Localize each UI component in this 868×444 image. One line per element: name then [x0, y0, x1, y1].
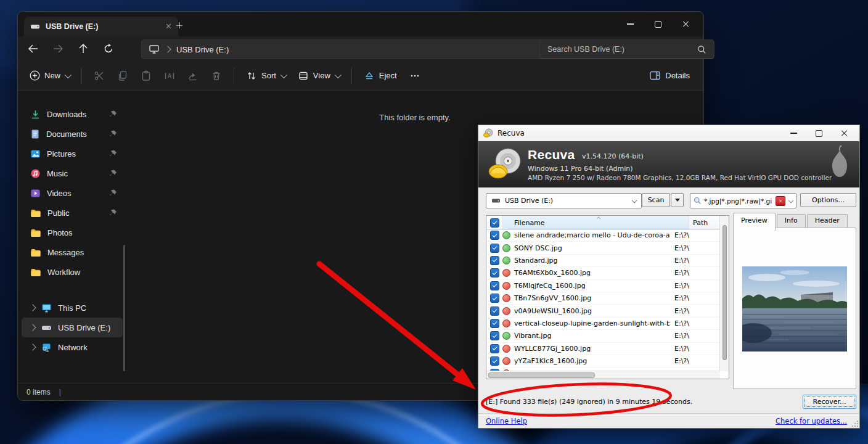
- delete-button[interactable]: [205, 65, 228, 86]
- up-button[interactable]: [73, 39, 94, 58]
- tab-info[interactable]: Info: [777, 214, 806, 229]
- details-pane-icon: [650, 71, 660, 80]
- new-tab-button[interactable]: [176, 22, 182, 30]
- drive-select[interactable]: USB Drive (E:): [486, 193, 642, 208]
- list-horizontal-scrollbar[interactable]: [486, 371, 720, 379]
- chevron-right-icon[interactable]: [29, 324, 36, 331]
- address-bar[interactable]: USB Drive (E:): [141, 39, 548, 59]
- sidebar-item-videos[interactable]: Videos: [22, 183, 123, 203]
- file-row[interactable]: silene andrade;marcio mello - Udu-de-cor…: [486, 229, 720, 242]
- file-row[interactable]: TBn7Sn6gVV_1600.jpgE:\?\: [486, 292, 720, 305]
- select-all-checkbox[interactable]: [486, 216, 503, 229]
- new-button[interactable]: New: [23, 65, 76, 86]
- sort-button[interactable]: Sort: [240, 65, 292, 86]
- share-icon: [187, 70, 199, 81]
- filename-filter-combo[interactable]: *.jpg|*.png|*.raw|*.gi: [690, 193, 796, 208]
- tab-header[interactable]: Header: [807, 214, 848, 229]
- sidebar-item-usb-drive[interactable]: USB Drive (E:): [22, 318, 123, 337]
- chevron-right-icon[interactable]: [29, 343, 36, 350]
- chevron-right-icon[interactable]: [29, 304, 36, 311]
- check-updates-link[interactable]: Check for updates...: [776, 417, 847, 426]
- forward-button[interactable]: [47, 39, 68, 58]
- explorer-tab[interactable]: USB Drive (E:): [24, 17, 178, 36]
- file-checkbox[interactable]: [490, 319, 499, 328]
- cut-button[interactable]: [88, 65, 111, 86]
- share-button[interactable]: [181, 65, 205, 86]
- file-row[interactable]: T6MlqjfeCq_1600.jpgE:\?\: [486, 280, 720, 292]
- scan-button[interactable]: Scan: [642, 193, 670, 207]
- breadcrumb-chevron-icon: [164, 46, 171, 52]
- sidebar-item-messages[interactable]: Messages: [22, 242, 123, 262]
- file-row[interactable]: yYZaF1Klc8_1600.jpgE:\?\: [486, 355, 720, 368]
- file-checkbox[interactable]: [490, 244, 499, 253]
- options-button[interactable]: Options...: [800, 193, 856, 207]
- file-row[interactable]: vertical-closeup-lupine-garden-sunlight-…: [486, 318, 720, 330]
- tab-close-icon[interactable]: [165, 23, 171, 30]
- file-status-dot: [502, 269, 510, 277]
- sort-label: Sort: [261, 71, 276, 80]
- list-vertical-scrollbar[interactable]: [719, 216, 729, 371]
- file-checkbox[interactable]: [490, 256, 499, 265]
- sidebar-item-public[interactable]: Public: [22, 203, 123, 223]
- search-input[interactable]: Search USB Drive (E:): [539, 39, 714, 59]
- view-button[interactable]: View: [292, 65, 346, 86]
- sidebar-item-downloads[interactable]: Downloads: [22, 104, 123, 124]
- file-checkbox[interactable]: [490, 306, 499, 316]
- breadcrumb[interactable]: USB Drive (E:): [176, 45, 229, 54]
- file-checkbox[interactable]: [490, 281, 499, 290]
- file-row[interactable]: T6AMt6Xb0x_1600.jpgE:\?\: [486, 267, 720, 279]
- sidebar-item-photos[interactable]: Photos: [22, 223, 123, 242]
- file-row[interactable]: Vibrant.jpgE:\?\: [486, 330, 720, 342]
- rename-button[interactable]: A: [158, 65, 181, 86]
- tab-title: USB Drive (E:): [46, 22, 159, 31]
- file-checkbox[interactable]: [490, 294, 499, 303]
- recuva-app-name: Recuva: [528, 147, 575, 162]
- close-button[interactable]: [672, 12, 700, 36]
- maximize-button[interactable]: [644, 12, 672, 36]
- file-path: E:\?\: [669, 294, 720, 302]
- paste-button[interactable]: [134, 65, 158, 86]
- refresh-button[interactable]: [98, 39, 119, 58]
- file-checkbox[interactable]: [490, 268, 499, 278]
- sidebar-item-music[interactable]: Music: [22, 163, 123, 183]
- sidebar-item-network[interactable]: Network: [22, 337, 123, 357]
- copy-button[interactable]: [111, 65, 134, 86]
- list-rows: silene andrade;marcio mello - Udu-de-cor…: [486, 229, 720, 371]
- file-name: silene andrade;marcio mello - Udu-de-cor…: [514, 231, 669, 239]
- column-header-path[interactable]: Path: [689, 216, 720, 229]
- scrollbar-thumb[interactable]: [488, 372, 595, 378]
- file-checkbox[interactable]: [490, 331, 499, 340]
- file-checkbox[interactable]: [490, 356, 499, 366]
- recuva-close-button[interactable]: [833, 126, 854, 140]
- details-button[interactable]: Details: [650, 71, 690, 80]
- sidebar-item-this-pc[interactable]: This PC: [22, 298, 123, 318]
- scan-dropdown-button[interactable]: [671, 193, 684, 207]
- sidebar-item-workflow[interactable]: Workflow: [22, 262, 123, 282]
- scrollbar-thumb[interactable]: [723, 225, 727, 360]
- recover-button[interactable]: Recover...: [803, 395, 856, 409]
- minimize-button[interactable]: [616, 12, 644, 36]
- more-button[interactable]: [403, 65, 427, 86]
- file-checkbox[interactable]: [490, 231, 499, 240]
- back-button[interactable]: [22, 39, 43, 58]
- file-row[interactable]: Standard.jpgE:\?\: [486, 255, 720, 267]
- sidebar-item-documents[interactable]: Documents: [22, 124, 123, 144]
- file-row[interactable]: SONY DSC.jpgE:\?\: [486, 242, 720, 254]
- eject-button[interactable]: Eject: [358, 65, 403, 86]
- scan-status-message: [E:] Found 333 file(s) (249 ignored) in …: [486, 394, 794, 409]
- file-name: WYLLC877Gj_1600.jpg: [514, 345, 669, 353]
- online-help-link[interactable]: Online Help: [486, 417, 527, 426]
- sidebar-item-label: Photos: [47, 228, 118, 237]
- recuva-minimize-button[interactable]: [783, 126, 804, 140]
- resize-grip[interactable]: [851, 419, 858, 427]
- file-name: Standard.jpg: [514, 257, 669, 265]
- tab-preview[interactable]: Preview: [733, 213, 776, 231]
- recuva-maximize-button[interactable]: [808, 126, 829, 140]
- clear-filter-icon[interactable]: [776, 196, 785, 206]
- sidebar-item-pictures[interactable]: Pictures: [22, 144, 123, 163]
- file-row[interactable]: v0A9UeWSIU_1600.jpgE:\?\: [486, 305, 720, 317]
- file-row[interactable]: WYLLC877Gj_1600.jpgE:\?\: [486, 343, 720, 355]
- sidebar-scrollbar[interactable]: [123, 245, 125, 371]
- file-checkbox[interactable]: [490, 344, 499, 353]
- column-header-filename[interactable]: Filename: [503, 216, 689, 229]
